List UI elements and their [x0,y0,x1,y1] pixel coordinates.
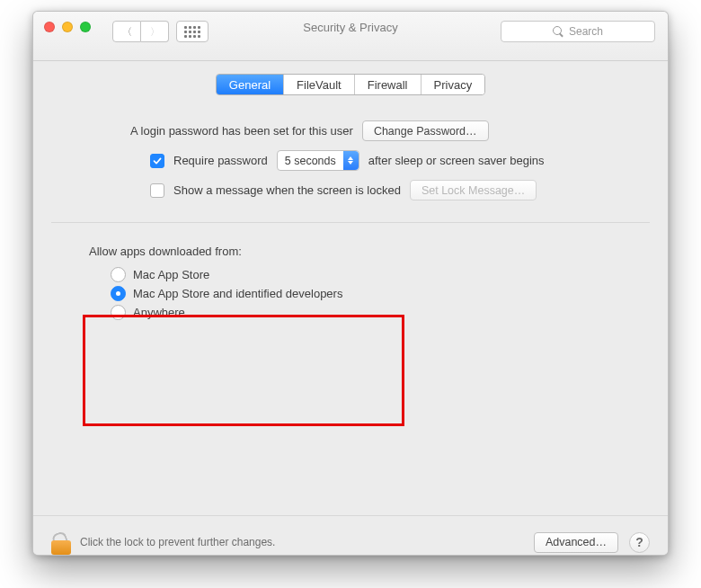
password-delay-select[interactable]: 5 seconds [277,150,359,171]
tab-firewall[interactable]: Firewall [354,75,421,94]
password-delay-value: 5 seconds [285,155,336,167]
search-placeholder: Search [569,25,603,38]
toolbar-nav: 〈 〉 [112,21,209,42]
show-all-button[interactable] [176,21,209,42]
show-message-label: Show a message when the screen is locked [173,183,401,197]
radio-anywhere[interactable] [111,305,126,320]
password-set-label: A login password has been set for this u… [130,124,353,138]
section-divider [51,222,650,223]
set-lock-message-button: Set Lock Message… [410,180,537,200]
close-button[interactable] [44,22,55,32]
radio-label-anywhere: Anywhere [133,306,185,319]
preferences-pane: General FileVault Firewall Privacy A log… [33,74,668,556]
stepper-arrows-icon [343,151,359,170]
check-icon [153,156,162,165]
forward-button[interactable]: 〉 [141,21,169,42]
footer: Click the lock to prevent further change… [33,515,668,556]
after-sleep-label: after sleep or screen saver begins [368,154,545,167]
lock-icon[interactable] [51,530,71,555]
change-password-button[interactable]: Change Password… [362,120,489,141]
tab-general[interactable]: General [217,75,283,94]
tab-privacy[interactable]: Privacy [421,75,485,94]
advanced-button[interactable]: Advanced… [534,532,618,553]
lock-hint-label: Click the lock to prevent further change… [80,536,275,548]
radio-mac-app-store[interactable] [111,267,126,282]
search-input[interactable]: Search [501,21,655,42]
radio-label-identified-developers: Mac App Store and identified developers [133,287,342,300]
tab-filevault[interactable]: FileVault [283,75,354,94]
search-icon [553,26,563,37]
radio-label-mac-app-store: Mac App Store [133,268,209,281]
annotation-highlight [83,315,404,426]
titlebar: 〈 〉 Security & Privacy Search [33,12,668,61]
radio-identified-developers[interactable] [111,286,126,301]
help-button[interactable]: ? [629,532,650,553]
require-password-checkbox[interactable] [150,154,164,168]
require-password-label: Require password [173,154,268,167]
show-message-checkbox[interactable] [150,183,164,198]
zoom-button[interactable] [80,22,91,32]
back-button[interactable]: 〈 [112,21,141,42]
window-controls [44,22,91,32]
grid-icon [184,26,200,38]
minimize-button[interactable] [62,22,73,32]
gatekeeper-section: Allow apps downloaded from: Mac App Stor… [89,245,668,320]
preferences-window: 〈 〉 Security & Privacy Search General Fi… [32,11,669,556]
login-password-section: A login password has been set for this u… [60,120,641,200]
allow-apps-title: Allow apps downloaded from: [89,245,668,258]
tab-bar: General FileVault Firewall Privacy [33,74,668,95]
